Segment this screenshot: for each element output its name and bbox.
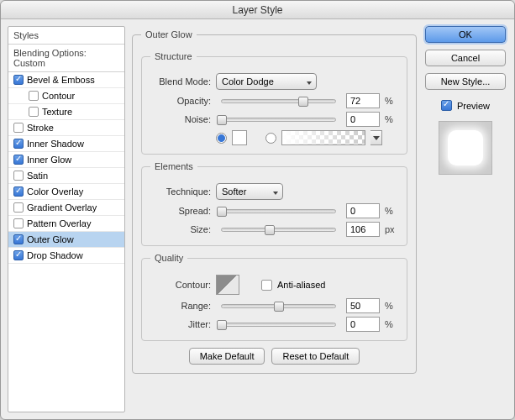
spread-label: Spread: — [150, 206, 211, 216]
preview-label: Preview — [457, 101, 490, 111]
jitter-unit: % — [385, 319, 398, 329]
size-label: Size: — [150, 224, 211, 234]
checkbox-icon[interactable] — [13, 234, 24, 244]
range-slider[interactable] — [221, 304, 336, 308]
reset-default-button[interactable]: Reset to Default — [271, 348, 360, 365]
opacity-unit: % — [385, 96, 398, 106]
dialog-content: Styles Blending Options: Custom Bevel & … — [1, 19, 514, 419]
size-unit: px — [385, 224, 398, 234]
gradient-radio[interactable] — [265, 133, 276, 144]
spread-slider[interactable] — [221, 209, 336, 213]
preview-thumbnail — [439, 121, 492, 175]
jitter-field[interactable] — [346, 317, 380, 332]
checkbox-icon[interactable] — [13, 171, 24, 181]
blend-mode-label: Blend Mode: — [150, 76, 211, 87]
noise-slider[interactable] — [221, 118, 336, 122]
sidebar-item-label: Satin — [27, 171, 48, 181]
sidebar-item-gradient-overlay[interactable]: Gradient Overlay — [8, 200, 124, 216]
sidebar-item-inner-shadow[interactable]: Inner Shadow — [8, 136, 124, 152]
color-radio[interactable] — [216, 133, 227, 144]
sidebar-item-label: Contour — [42, 91, 75, 101]
sidebar-item-label: Outer Glow — [27, 234, 74, 244]
spread-unit: % — [385, 206, 398, 216]
elements-group: Elements Technique: Softer Spread: — [141, 161, 407, 246]
structure-legend: Structure — [150, 51, 197, 61]
layer-style-dialog: Layer Style Styles Blending Options: Cus… — [0, 0, 515, 420]
new-style-button[interactable]: New Style... — [425, 73, 506, 90]
checkbox-icon[interactable] — [13, 123, 24, 133]
settings-panel: Outer Glow Structure Blend Mode: Color D… — [132, 26, 417, 412]
technique-select-wrap: Softer — [216, 183, 283, 200]
antialias-checkbox[interactable] — [261, 280, 272, 291]
elements-legend: Elements — [150, 161, 197, 171]
sidebar-item-satin[interactable]: Satin — [8, 168, 124, 184]
blend-mode-select-wrap: Color Dodge — [216, 73, 317, 90]
panel-title: Outer Glow — [141, 29, 197, 39]
sidebar-item-label: Bevel & Emboss — [27, 75, 95, 85]
preview-checkbox[interactable] — [441, 100, 452, 111]
sidebar-item-inner-glow[interactable]: Inner Glow — [8, 152, 124, 168]
preview-blob-icon — [448, 130, 483, 165]
checkbox-icon[interactable] — [13, 202, 24, 213]
sidebar-item-label: Texture — [42, 107, 72, 117]
checkbox-icon[interactable] — [13, 186, 24, 197]
blend-mode-select[interactable]: Color Dodge — [216, 73, 317, 90]
range-field[interactable] — [346, 298, 380, 313]
antialias-label: Anti-aliased — [277, 280, 325, 290]
opacity-field[interactable] — [346, 93, 380, 108]
dialog-title: Layer Style — [1, 1, 514, 19]
outer-glow-group: Outer Glow Structure Blend Mode: Color D… — [132, 29, 417, 374]
jitter-slider[interactable] — [221, 323, 336, 327]
cancel-button[interactable]: Cancel — [425, 50, 506, 66]
contour-swatch[interactable] — [216, 275, 239, 295]
technique-select[interactable]: Softer — [216, 183, 283, 200]
sidebar-header-styles[interactable]: Styles — [8, 27, 124, 45]
gradient-swatch[interactable] — [281, 130, 365, 145]
checkbox-icon[interactable] — [29, 107, 39, 117]
size-field[interactable] — [346, 222, 380, 237]
color-swatch[interactable] — [232, 130, 247, 145]
sidebar-item-outer-glow[interactable]: Outer Glow — [8, 232, 124, 248]
noise-unit: % — [385, 114, 398, 124]
sidebar-item-drop-shadow[interactable]: Drop Shadow — [8, 248, 124, 264]
sidebar-item-label: Gradient Overlay — [27, 202, 97, 213]
styles-sidebar: Styles Blending Options: Custom Bevel & … — [8, 26, 125, 412]
structure-group: Structure Blend Mode: Color Dodge Opacit… — [141, 51, 407, 155]
checkbox-icon[interactable] — [13, 155, 24, 165]
opacity-slider[interactable] — [221, 99, 336, 103]
spread-field[interactable] — [346, 203, 380, 218]
range-unit: % — [385, 301, 398, 311]
contour-label: Contour: — [150, 280, 211, 290]
sidebar-item-label: Pattern Overlay — [27, 218, 91, 228]
sidebar-item-contour[interactable]: Contour — [8, 88, 124, 104]
right-column: OK Cancel New Style... Preview — [423, 26, 507, 412]
sidebar-item-label: Stroke — [27, 123, 54, 133]
jitter-label: Jitter: — [150, 319, 211, 329]
sidebar-item-texture[interactable]: Texture — [8, 104, 124, 120]
size-slider[interactable] — [221, 228, 336, 232]
ok-button[interactable]: OK — [425, 26, 506, 43]
range-label: Range: — [150, 301, 211, 311]
default-buttons: Make Default Reset to Default — [141, 348, 407, 365]
checkbox-icon[interactable] — [13, 218, 24, 228]
sidebar-item-color-overlay[interactable]: Color Overlay — [8, 184, 124, 200]
checkbox-icon[interactable] — [13, 250, 24, 260]
sidebar-item-bevel-emboss[interactable]: Bevel & Emboss — [8, 72, 124, 88]
technique-label: Technique: — [150, 186, 211, 197]
quality-legend: Quality — [150, 253, 187, 263]
noise-label: Noise: — [150, 114, 211, 124]
noise-field[interactable] — [346, 112, 380, 127]
make-default-button[interactable]: Make Default — [189, 348, 265, 365]
opacity-label: Opacity: — [150, 96, 211, 106]
sidebar-item-label: Inner Shadow — [27, 139, 84, 149]
quality-group: Quality Contour: Anti-aliased Range: % — [141, 253, 407, 341]
sidebar-item-pattern-overlay[interactable]: Pattern Overlay — [8, 216, 124, 232]
sidebar-item-label: Color Overlay — [27, 186, 83, 197]
checkbox-icon[interactable] — [13, 75, 24, 85]
sidebar-item-stroke[interactable]: Stroke — [8, 120, 124, 136]
sidebar-item-label: Inner Glow — [27, 155, 71, 165]
gradient-dropdown[interactable] — [370, 130, 382, 145]
checkbox-icon[interactable] — [13, 139, 24, 149]
checkbox-icon[interactable] — [29, 91, 39, 101]
sidebar-header-blending[interactable]: Blending Options: Custom — [8, 45, 124, 72]
